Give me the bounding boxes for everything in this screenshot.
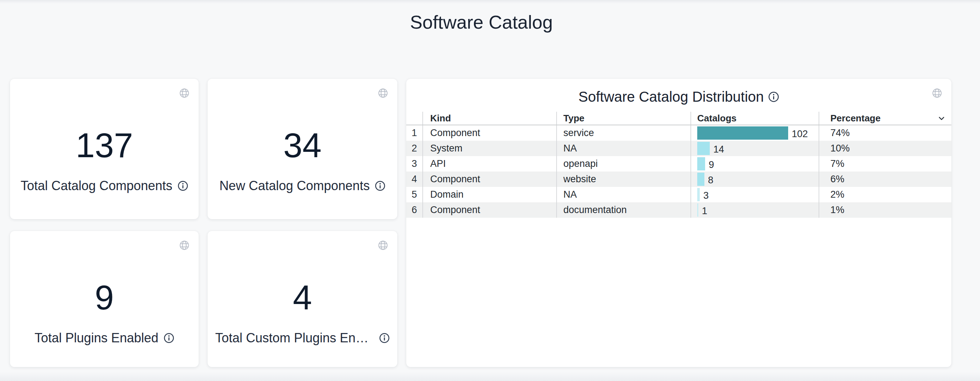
- info-icon[interactable]: [178, 180, 188, 191]
- kind-cell: Domain: [422, 187, 556, 202]
- catalogs-value: 8: [708, 175, 713, 186]
- globe-icon[interactable]: [932, 88, 942, 98]
- stat-card-content: 34 New Catalog Components: [208, 79, 397, 219]
- header-percentage-label: Percentage: [830, 113, 880, 124]
- top-scroll-shadow: [0, 0, 980, 3]
- stat-value: 9: [95, 281, 114, 315]
- software-catalog-dashboard: Software Catalog 137 Total Catalog Compo…: [0, 0, 980, 381]
- info-icon[interactable]: [375, 180, 385, 191]
- type-cell: service: [556, 125, 690, 141]
- percentage-cell: 10%: [819, 141, 951, 156]
- globe-icon[interactable]: [378, 88, 388, 98]
- header-cell-index: [406, 112, 422, 124]
- type-cell: NA: [556, 141, 690, 156]
- kind-cell: Component: [422, 172, 556, 187]
- distribution-table-card: Software Catalog Distribution Kind Type …: [406, 79, 951, 367]
- table-row[interactable]: 2 System NA 14 10%: [406, 141, 951, 156]
- stat-card-content: 9 Total Plugins Enabled: [10, 231, 199, 367]
- kind-cell: Component: [422, 202, 556, 218]
- info-icon[interactable]: [164, 333, 174, 343]
- stat-card-content: 4 Total Custom Plugins Enabl…: [208, 231, 397, 367]
- kind-cell: Component: [422, 125, 556, 141]
- table-row[interactable]: 5 Domain NA 3 2%: [406, 187, 951, 202]
- catalogs-cell: 14: [690, 141, 819, 156]
- catalogs-value: 1: [702, 206, 707, 217]
- info-icon[interactable]: [768, 91, 779, 102]
- table-row[interactable]: 4 Component website 8 6%: [406, 172, 951, 187]
- percentage-cell: 2%: [819, 187, 951, 202]
- stat-label: New Catalog Components: [220, 179, 370, 193]
- stat-label-row: Total Custom Plugins Enabl…: [215, 330, 390, 346]
- kind-cell: API: [422, 156, 556, 172]
- percentage-cell: 1%: [819, 202, 951, 218]
- catalogs-value: 3: [703, 190, 709, 201]
- stat-card-content: 137 Total Catalog Components: [10, 79, 199, 219]
- percentage-cell: 74%: [819, 125, 951, 141]
- catalogs-bar: [697, 172, 705, 186]
- catalogs-cell: 3: [690, 187, 819, 202]
- header-cell-catalogs[interactable]: Catalogs: [690, 112, 819, 124]
- table-title: Software Catalog Distribution: [578, 89, 764, 105]
- table-header-row: Kind Type Catalogs Percentage: [406, 112, 951, 125]
- row-index-cell: 5: [406, 187, 422, 202]
- catalogs-cell: 9: [690, 156, 819, 172]
- bottom-scroll-shadow: [0, 372, 980, 381]
- catalogs-bar: [697, 203, 698, 217]
- stat-label: Total Plugins Enabled: [34, 330, 158, 346]
- stat-value: 137: [76, 128, 133, 163]
- percentage-cell: 6%: [819, 172, 951, 187]
- stat-card: 4 Total Custom Plugins Enabl…: [208, 231, 397, 367]
- catalogs-bar: [697, 142, 710, 155]
- catalogs-cell: 8: [690, 172, 819, 187]
- type-cell: NA: [556, 187, 690, 202]
- row-index-cell: 1: [406, 125, 422, 141]
- globe-icon[interactable]: [378, 240, 388, 250]
- row-index-cell: 6: [406, 202, 422, 218]
- stat-label-row: Total Catalog Components: [21, 179, 188, 193]
- globe-icon[interactable]: [179, 88, 189, 98]
- catalogs-bar: [697, 157, 705, 171]
- stat-card: 9 Total Plugins Enabled: [10, 231, 199, 367]
- catalogs-value: 102: [792, 129, 808, 140]
- stat-card: 137 Total Catalog Components: [10, 79, 199, 219]
- type-cell: documentation: [556, 202, 690, 218]
- table-row[interactable]: 1 Component service 102 74%: [406, 125, 951, 141]
- stat-label: Total Custom Plugins Enabl…: [215, 330, 374, 346]
- stat-label-row: Total Plugins Enabled: [34, 330, 174, 346]
- row-index-cell: 4: [406, 172, 422, 187]
- info-icon[interactable]: [379, 333, 390, 343]
- catalogs-bar: [697, 188, 700, 201]
- stat-label: Total Catalog Components: [21, 179, 172, 193]
- table-row[interactable]: 6 Component documentation 1 1%: [406, 202, 951, 218]
- header-cell-kind[interactable]: Kind: [422, 112, 556, 124]
- catalogs-cell: 1: [690, 202, 819, 218]
- chevron-down-icon[interactable]: [937, 113, 947, 123]
- type-cell: openapi: [556, 156, 690, 172]
- header-cell-percentage[interactable]: Percentage: [819, 112, 951, 124]
- catalogs-bar: [697, 126, 788, 140]
- stat-label-row: New Catalog Components: [220, 179, 385, 193]
- catalogs-cell: 102: [690, 125, 819, 141]
- page-title: Software Catalog: [0, 11, 963, 33]
- kind-cell: System: [422, 141, 556, 156]
- globe-icon[interactable]: [179, 240, 189, 250]
- catalogs-value: 14: [713, 144, 724, 155]
- stat-value: 4: [293, 281, 312, 315]
- type-cell: website: [556, 172, 690, 187]
- stat-card: 34 New Catalog Components: [208, 79, 397, 219]
- table-title-row: Software Catalog Distribution: [406, 88, 951, 105]
- row-index-cell: 2: [406, 141, 422, 156]
- stat-value: 34: [283, 128, 322, 163]
- table-body: 1 Component service 102 74% 2 System NA …: [406, 125, 951, 218]
- header-cell-type[interactable]: Type: [556, 112, 690, 124]
- row-index-cell: 3: [406, 156, 422, 172]
- distribution-table: Kind Type Catalogs Percentage 1 Componen…: [406, 112, 951, 218]
- table-row[interactable]: 3 API openapi 9 7%: [406, 156, 951, 172]
- catalogs-value: 9: [709, 159, 714, 171]
- percentage-cell: 7%: [819, 156, 951, 172]
